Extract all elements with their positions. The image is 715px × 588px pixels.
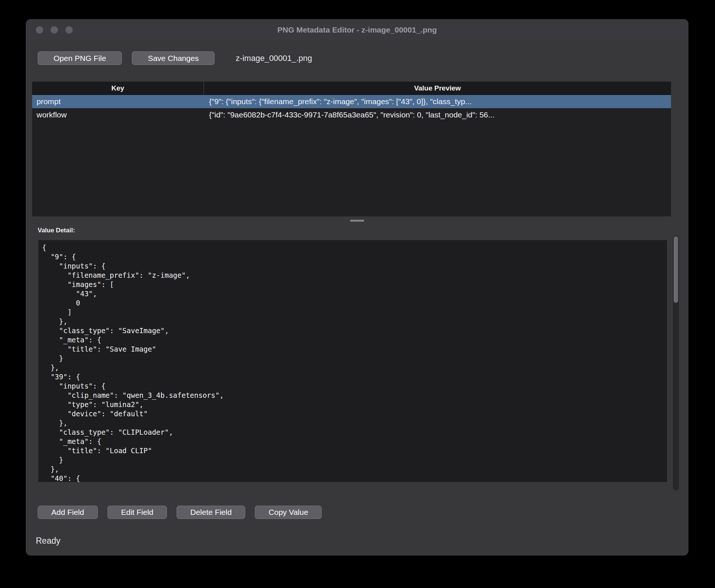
detail-scrollbar[interactable]	[673, 236, 679, 490]
status-text: Ready	[36, 536, 688, 546]
column-header-key[interactable]: Key	[32, 82, 204, 95]
value-detail-area: { "9": { "inputs": { "filename_prefix": …	[38, 240, 679, 482]
field-actions: Add Field Edit Field Delete Field Copy V…	[38, 506, 688, 519]
minimize-window-icon[interactable]	[51, 26, 58, 34]
delete-field-button[interactable]: Delete Field	[177, 506, 245, 519]
toolbar: Open PNG File Save Changes z-image_00001…	[38, 51, 688, 65]
copy-value-button[interactable]: Copy Value	[255, 506, 322, 519]
value-detail-textarea[interactable]: { "9": { "inputs": { "filename_prefix": …	[38, 240, 667, 482]
current-filename-label: z-image_00001_.png	[236, 54, 312, 63]
table-row-workflow[interactable]: workflow {"id": "9ae6082b-c7f4-433c-9971…	[32, 108, 671, 122]
table-row-prompt[interactable]: prompt {"9": {"inputs": {"filename_prefi…	[32, 95, 671, 108]
window-title: PNG Metadata Editor - z-image_00001_.png	[277, 25, 437, 34]
traffic-lights	[36, 20, 73, 40]
metadata-table: Key Value Preview prompt {"9": {"inputs"…	[32, 82, 671, 216]
open-png-file-button[interactable]: Open PNG File	[38, 51, 122, 65]
app-window: PNG Metadata Editor - z-image_00001_.png…	[26, 19, 688, 555]
value-detail-label: Value Detail:	[38, 227, 688, 234]
close-window-icon[interactable]	[36, 26, 43, 34]
column-header-value-preview[interactable]: Value Preview	[204, 82, 671, 95]
zoom-window-icon[interactable]	[65, 26, 73, 34]
add-field-button[interactable]: Add Field	[38, 506, 98, 519]
row-key: workflow	[32, 110, 204, 119]
edit-field-button[interactable]: Edit Field	[107, 506, 167, 519]
row-key: prompt	[32, 97, 204, 106]
splitter-grip-icon[interactable]	[350, 220, 364, 222]
detail-scrollbar-thumb[interactable]	[674, 236, 678, 303]
save-changes-button[interactable]: Save Changes	[132, 51, 215, 65]
row-value-preview: {"9": {"inputs": {"filename_prefix": "z-…	[204, 97, 671, 106]
title-bar[interactable]: PNG Metadata Editor - z-image_00001_.png	[26, 20, 688, 40]
table-header: Key Value Preview	[32, 82, 671, 95]
row-value-preview: {"id": "9ae6082b-c7f4-433c-9971-7a8f65a3…	[204, 110, 671, 119]
pane-splitter[interactable]	[26, 216, 688, 225]
